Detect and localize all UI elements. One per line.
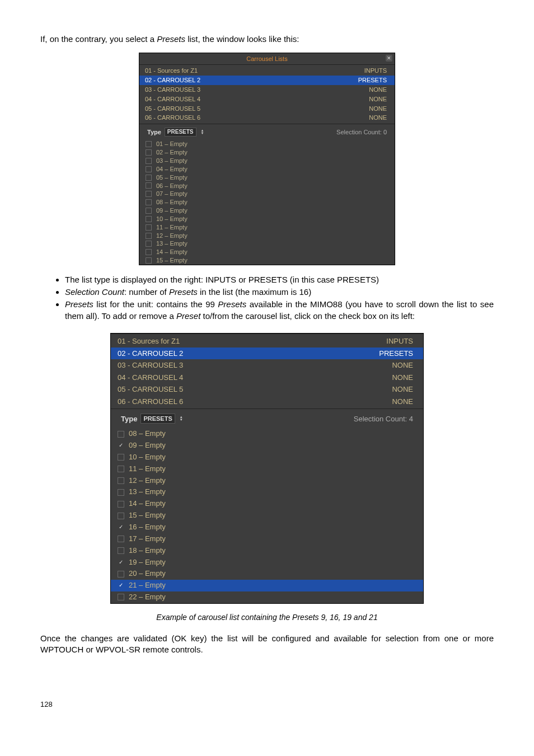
checkbox-icon[interactable]	[145, 166, 152, 172]
preset-row[interactable]: 13 – Empty	[139, 240, 395, 248]
checkbox-icon[interactable]	[145, 249, 152, 256]
carrousel-row[interactable]: 06 - CARROUSEL 6NONE	[111, 396, 423, 408]
type-select[interactable]: PRESETS	[140, 414, 175, 424]
carrousel-row[interactable]: 01 - Sources for Z1INPUTS	[111, 335, 423, 348]
preset-row[interactable]: 10 – Empty	[111, 452, 423, 463]
checkbox-icon[interactable]	[145, 149, 152, 156]
checkbox-icon[interactable]	[118, 477, 124, 484]
preset-row[interactable]: ✓09 – Empty	[111, 440, 423, 452]
carrousel-row-type: NONE	[369, 105, 387, 113]
checkbox-icon[interactable]	[145, 191, 152, 198]
checkbox-icon[interactable]	[145, 257, 152, 264]
carrousel-row[interactable]: 03 - CARROUSEL 3NONE	[139, 85, 395, 95]
checkbox-icon[interactable]	[145, 141, 152, 148]
preset-label: 02 – Empty	[156, 148, 188, 157]
checkmark-icon[interactable]: ✓	[118, 583, 124, 589]
presets-list: 01 – Empty02 – Empty03 – Empty04 – Empty…	[139, 140, 395, 265]
carrousel-lists-panel-example: 01 - Sources for Z1INPUTS02 - CARROUSEL …	[110, 333, 424, 604]
checkbox-icon[interactable]	[145, 224, 152, 231]
checkbox-icon[interactable]	[118, 489, 124, 496]
checkbox-icon[interactable]	[145, 157, 152, 164]
checkbox-icon[interactable]	[145, 182, 152, 189]
preset-label: 15 – Empty	[129, 510, 166, 521]
checkbox-icon[interactable]	[145, 215, 152, 222]
preset-row[interactable]: 08 – Empty	[139, 198, 395, 206]
carrousel-row-name: 05 - CARROUSEL 5	[118, 384, 183, 395]
spinner-icon[interactable]: ▲▼	[180, 416, 183, 421]
preset-row[interactable]: 22 – Empty	[111, 591, 423, 603]
checkbox-icon[interactable]	[145, 207, 152, 214]
checkbox-icon[interactable]	[118, 594, 124, 600]
preset-label: 12 – Empty	[156, 232, 188, 240]
preset-label: 03 – Empty	[156, 157, 188, 165]
preset-row[interactable]: 11 – Empty	[139, 223, 395, 232]
preset-row[interactable]: 02 – Empty	[139, 148, 395, 157]
checkbox-icon[interactable]	[118, 501, 124, 508]
carrousel-row-name: 06 - CARROUSEL 6	[118, 397, 183, 407]
carrousel-list: 01 - Sources for Z1INPUTS02 - CARROUSEL …	[139, 64, 395, 124]
checkmark-icon[interactable]: ✓	[118, 559, 124, 566]
carrousel-row-type: INPUTS	[386, 336, 413, 346]
close-icon[interactable]: ✕	[386, 55, 392, 62]
carrousel-row[interactable]: 02 - CARROUSEL 2PRESETS	[111, 348, 423, 360]
preset-row[interactable]: 01 – Empty	[139, 140, 395, 148]
preset-row[interactable]: 11 – Empty	[111, 463, 423, 475]
preset-row[interactable]: 04 – Empty	[139, 165, 395, 173]
checkbox-icon[interactable]	[118, 466, 124, 472]
preset-row[interactable]: 03 – Empty	[139, 157, 395, 165]
panel-title-text: Carrousel Lists	[246, 55, 287, 62]
checkbox-icon[interactable]	[118, 571, 124, 577]
preset-row[interactable]: 08 – Empty	[111, 428, 423, 440]
checkbox-icon[interactable]	[118, 513, 124, 519]
preset-row[interactable]: 05 – Empty	[139, 173, 395, 182]
intro-text: If, on the contrary, you select a Preset…	[40, 34, 494, 45]
carrousel-row[interactable]: 05 - CARROUSEL 5NONE	[111, 383, 423, 396]
checkmark-icon[interactable]: ✓	[118, 524, 124, 530]
preset-row[interactable]: 18 – Empty	[111, 545, 423, 557]
preset-label: 09 – Empty	[129, 440, 166, 451]
preset-row[interactable]: 06 – Empty	[139, 182, 395, 190]
carrousel-row[interactable]: 04 - CARROUSEL 4NONE	[111, 372, 423, 384]
checkbox-icon[interactable]	[145, 174, 152, 181]
type-select[interactable]: PRESETS	[165, 128, 196, 137]
spinner-icon[interactable]: ▲▼	[201, 129, 204, 135]
preset-row[interactable]: 14 – Empty	[111, 498, 423, 510]
carrousel-row-type: NONE	[369, 86, 387, 94]
preset-row[interactable]: 13 – Empty	[111, 486, 423, 498]
preset-label: 14 – Empty	[129, 499, 166, 509]
preset-row[interactable]: ✓16 – Empty	[111, 522, 423, 533]
type-select-value: PRESETS	[167, 128, 194, 136]
carrousel-row-type: NONE	[392, 384, 413, 395]
carrousel-row[interactable]: 04 - CARROUSEL 4NONE	[139, 95, 395, 104]
preset-row[interactable]: 14 – Empty	[139, 248, 395, 256]
carrousel-row[interactable]: 05 - CARROUSEL 5NONE	[139, 104, 395, 114]
carrousel-row-type: PRESETS	[358, 76, 387, 84]
carrousel-row[interactable]: 01 - Sources for Z1INPUTS	[139, 66, 395, 76]
checkbox-icon[interactable]	[118, 547, 124, 554]
carrousel-row[interactable]: 02 - CARROUSEL 2PRESETS	[139, 76, 395, 85]
checkbox-icon[interactable]	[118, 454, 124, 461]
preset-row[interactable]: ✓19 – Empty	[111, 557, 423, 569]
preset-row[interactable]: ✓21 – Empty	[111, 580, 423, 591]
preset-row[interactable]: 12 – Empty	[111, 475, 423, 487]
checkbox-icon[interactable]	[145, 232, 152, 239]
checkbox-icon[interactable]	[145, 199, 152, 206]
checkmark-icon[interactable]: ✓	[118, 443, 124, 449]
carrousel-row[interactable]: 03 - CARROUSEL 3NONE	[111, 359, 423, 372]
carrousel-row-type: NONE	[392, 360, 413, 370]
preset-row[interactable]: 07 – Empty	[139, 190, 395, 198]
checkbox-icon[interactable]	[118, 536, 124, 542]
carrousel-row[interactable]: 06 - CARROUSEL 6NONE	[139, 113, 395, 123]
preset-row[interactable]: 15 – Empty	[111, 510, 423, 522]
checkbox-icon[interactable]	[145, 241, 152, 247]
preset-label: 08 – Empty	[156, 198, 188, 206]
carrousel-row-name: 04 - CARROUSEL 4	[118, 373, 183, 383]
preset-row[interactable]: 09 – Empty	[139, 206, 395, 215]
preset-row[interactable]: 15 – Empty	[139, 256, 395, 265]
preset-label: 17 – Empty	[129, 534, 166, 544]
preset-row[interactable]: 20 – Empty	[111, 568, 423, 580]
preset-row[interactable]: 12 – Empty	[139, 232, 395, 240]
checkbox-icon[interactable]	[118, 431, 124, 438]
preset-row[interactable]: 17 – Empty	[111, 533, 423, 545]
preset-row[interactable]: 10 – Empty	[139, 215, 395, 223]
